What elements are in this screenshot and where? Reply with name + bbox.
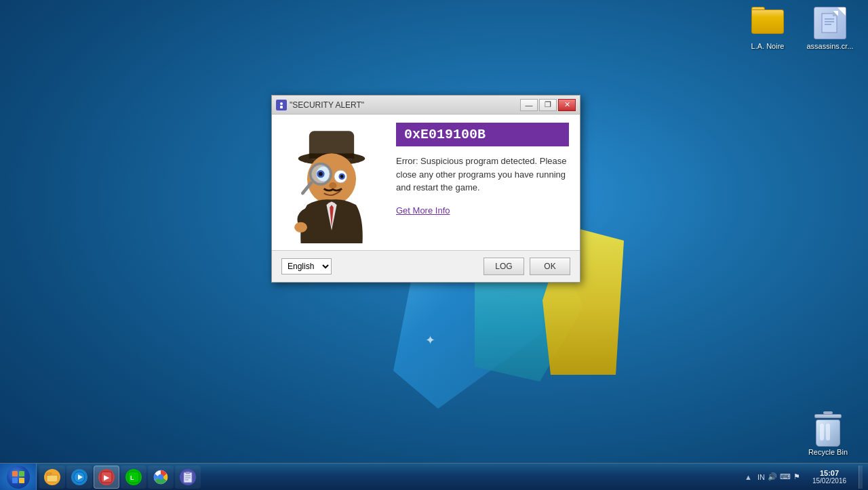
security-alert-dialog: "SECURITY ALERT" — ❐ ✕: [271, 95, 580, 283]
tray-icon-volume[interactable]: 🔊: [768, 472, 777, 481]
svg-point-19: [340, 175, 343, 178]
svg-point-21: [329, 182, 336, 188]
windows-orb: [7, 466, 30, 489]
tray-icon-windows-flag[interactable]: ⚑: [793, 472, 800, 481]
ac-icon-svg: [821, 11, 840, 35]
desktop-icons-area: L.A. Noire assassins.cr...: [743, 7, 854, 50]
taskbar-app-game[interactable]: ▶: [94, 466, 119, 489]
taskbar: ▶ L: [0, 463, 868, 490]
close-button[interactable]: ✕: [558, 99, 576, 111]
svg-rect-34: [186, 472, 190, 474]
dialog-footer: English French German Spanish LOG OK: [272, 250, 580, 282]
svg-point-22: [294, 222, 307, 232]
taskbar-app-line[interactable]: L: [121, 466, 146, 489]
error-code-bar: 0xE019100B: [396, 123, 569, 146]
la-noire-label: L.A. Noire: [751, 42, 785, 50]
desktop-sparkle: ✦: [425, 333, 435, 348]
svg-point-32: [158, 474, 163, 480]
svg-point-17: [319, 172, 323, 176]
ok-button[interactable]: OK: [530, 258, 570, 275]
svg-rect-0: [822, 14, 837, 33]
log-button[interactable]: LOG: [484, 258, 524, 275]
taskbar-apps: ▶ L: [37, 466, 736, 489]
tray-icons: IN 🔊 ⌨ ⚑: [757, 472, 800, 481]
system-tray: ▲ IN 🔊 ⌨ ⚑ 15:07 15/02/2016: [736, 466, 868, 489]
minimize-button[interactable]: —: [520, 99, 538, 111]
clock-area[interactable]: 15:07 15/02/2016: [806, 469, 853, 485]
svg-text:L: L: [130, 474, 134, 481]
error-message: Error: Suspicious program detected. Plea…: [396, 155, 569, 195]
desktop-icon-la-noire[interactable]: L.A. Noire: [743, 7, 792, 50]
game-icon: ▶: [98, 469, 115, 485]
recycle-bin-icon[interactable]: Recycle Bin: [808, 411, 848, 456]
taskbar-app-explorer[interactable]: [39, 466, 65, 489]
svg-rect-23: [47, 475, 58, 482]
taskbar-app-media[interactable]: [66, 466, 92, 489]
clock-date: 15/02/2016: [812, 477, 846, 485]
desktop-icon-assassins-creed[interactable]: assassins.cr...: [806, 7, 854, 50]
dialog-title-left: "SECURITY ALERT": [276, 100, 364, 110]
clock-time: 15:07: [820, 469, 839, 477]
svg-point-6: [280, 102, 283, 105]
chrome-icon: [153, 469, 169, 485]
recycle-bin-label: Recycle Bin: [808, 448, 848, 456]
desktop: ✦ L.A. Noire: [0, 0, 868, 490]
windows-logo: [12, 471, 24, 483]
dialog-title-icon: [276, 100, 287, 110]
recycle-bin-image: [813, 411, 843, 445]
get-more-info-link[interactable]: Get More Info: [396, 205, 450, 216]
svg-rect-7: [280, 106, 283, 108]
dialog-mascot: [272, 115, 391, 250]
dialog-titlebar: "SECURITY ALERT" — ❐ ✕: [272, 96, 580, 115]
clipboard-icon: [180, 469, 196, 485]
show-desktop-button[interactable]: [859, 466, 863, 489]
explorer-icon: [44, 469, 60, 485]
svg-text:▶: ▶: [104, 474, 110, 481]
start-button[interactable]: [0, 464, 37, 491]
detective-mascot-svg: [284, 121, 379, 243]
tray-expand-button[interactable]: ▲: [742, 473, 755, 481]
tray-icon-network[interactable]: IN: [757, 473, 765, 481]
tray-icon-keyboard[interactable]: ⌨: [780, 472, 791, 481]
dialog-window-controls: — ❐ ✕: [520, 99, 576, 111]
media-icon: [71, 469, 87, 485]
taskbar-app-clipboard[interactable]: [175, 466, 201, 489]
taskbar-app-chrome[interactable]: [148, 466, 174, 489]
language-select[interactable]: English French German Spanish: [281, 258, 332, 274]
assassins-creed-label: assassins.cr...: [806, 42, 853, 50]
restore-button[interactable]: ❐: [539, 99, 557, 111]
dialog-body: 0xE019100B Error: Suspicious program det…: [272, 115, 580, 250]
dialog-title-text: "SECURITY ALERT": [290, 100, 364, 110]
dialog-content: 0xE019100B Error: Suspicious program det…: [391, 115, 580, 250]
line-icon: L: [125, 469, 142, 485]
